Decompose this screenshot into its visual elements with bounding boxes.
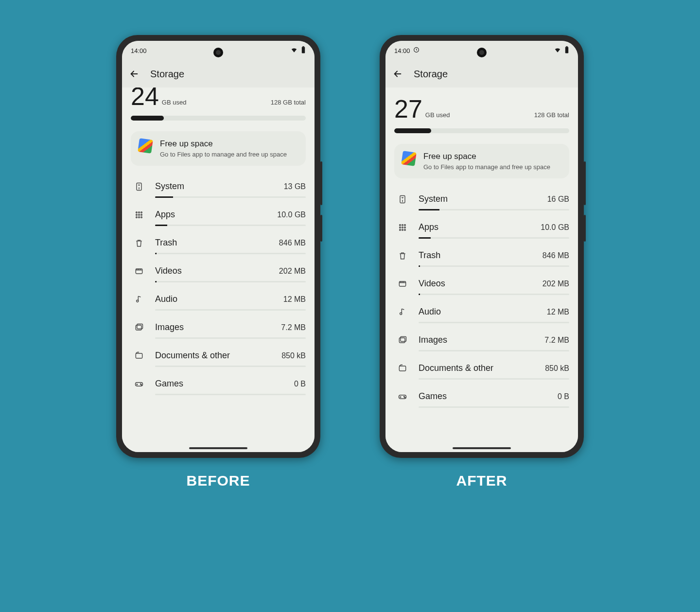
category-bar [419,237,569,239]
total-storage: 128 GB total [534,111,569,119]
category-row[interactable]: Videos202 MB [394,272,569,300]
storage-bar-fill [394,128,431,133]
category-bar [419,350,569,351]
category-size: 846 MB [279,239,306,247]
videos-icon [131,266,147,276]
category-row[interactable]: Games0 B [131,372,306,400]
category-size: 7.2 MB [544,336,569,345]
free-up-space-card[interactable]: Free up space Go to Files app to manage … [131,131,306,166]
camera-cutout [477,48,487,57]
category-name: System [155,181,276,192]
category-row[interactable]: Documents & other850 kB [131,344,306,372]
category-size: 13 GB [284,182,306,191]
games-icon [131,379,147,389]
category-bar-fill [155,253,157,254]
category-name: Games [155,379,286,389]
category-bar-fill [419,265,420,267]
page-title: Storage [414,69,448,80]
used-amount: 24 [131,87,159,109]
category-row[interactable]: Images7.2 MB [394,328,569,356]
app-bar: Storage [385,60,578,87]
wifi-icon [554,47,561,55]
category-bar [155,394,306,395]
category-bar [155,337,306,339]
category-name: Trash [155,238,271,248]
category-name: Apps [419,222,533,232]
category-size: 12 MB [283,295,306,304]
clock-icon [413,47,420,54]
category-list-after: System16 GBApps10.0 GBTrash846 MBVideos2… [394,187,569,413]
category-row[interactable]: Audio12 MB [394,300,569,328]
page-title: Storage [150,69,184,80]
category-row[interactable]: Documents & other850 kB [394,356,569,385]
total-storage: 128 GB total [271,99,306,106]
category-bar [155,253,306,254]
category-row[interactable]: Trash846 MB [394,244,569,272]
camera-cutout [213,48,223,57]
category-row[interactable]: Images7.2 MB [131,315,306,344]
category-size: 7.2 MB [281,323,306,332]
category-row[interactable]: Apps10.0 GB [131,203,306,231]
home-indicator[interactable] [453,447,511,449]
svg-rect-22 [566,46,567,47]
category-bar-fill [155,281,157,282]
category-bar [419,294,569,295]
category-bar [155,196,306,198]
category-bar [155,225,306,226]
category-name: Documents & other [155,350,274,361]
svg-rect-18 [302,47,305,53]
category-name: Trash [419,250,535,261]
category-bar-fill [419,294,420,295]
category-size: 0 B [294,380,306,388]
label-after: AFTER [456,472,508,489]
back-arrow-icon[interactable] [392,69,403,79]
apps-icon [394,223,411,232]
category-bar [419,265,569,267]
docs-icon [131,351,147,361]
status-time: 14:00 [131,47,147,54]
card-subtitle: Go to Files app to manage and free up sp… [423,163,550,171]
audio-icon [394,307,411,317]
images-icon [131,323,147,332]
category-row[interactable]: Audio12 MB [131,287,306,315]
used-unit: GB used [162,99,187,106]
storage-summary: 27 GB used 128 GB total [394,87,569,133]
category-row[interactable]: Videos202 MB [131,259,306,287]
category-name: Videos [419,279,535,289]
category-row[interactable]: Games0 B [394,385,569,413]
category-row[interactable]: System13 GB [131,175,306,203]
category-list-before: System13 GBApps10.0 GBTrash846 MBVideos2… [131,175,306,400]
apps-icon [131,210,147,220]
system-icon [131,182,147,192]
home-indicator[interactable] [189,447,247,449]
system-icon [394,194,411,204]
docs-icon [394,364,411,373]
category-row[interactable]: System16 GB [394,187,569,215]
storage-bar [394,128,569,133]
wifi-icon [290,47,298,55]
category-name: Apps [155,210,269,220]
used-amount: 27 [394,96,422,122]
app-bar: Storage [122,60,315,87]
category-size: 10.0 GB [541,223,569,232]
category-bar [155,366,306,367]
status-time: 14:00 [394,47,410,54]
card-title: Free up space [160,139,287,149]
battery-icon [301,46,306,55]
storage-summary: 24 GB used 128 GB total [131,87,306,121]
category-name: Images [155,322,273,332]
phone-before: 14:00 Storage 24 GB use [116,35,320,458]
card-subtitle: Go to Files app to manage and free up sp… [160,151,287,158]
category-size: 10.0 GB [277,210,306,219]
back-arrow-icon[interactable] [129,69,140,79]
category-bar [155,309,306,311]
category-row[interactable]: Apps10.0 GB [394,215,569,244]
files-app-icon [401,151,417,166]
storage-bar-fill [131,116,164,121]
card-title: Free up space [423,152,550,161]
category-name: Videos [155,266,271,276]
category-row[interactable]: Trash846 MB [131,231,306,259]
free-up-space-card[interactable]: Free up space Go to Files app to manage … [394,144,569,178]
category-size: 12 MB [547,308,569,316]
category-size: 16 GB [547,195,569,204]
